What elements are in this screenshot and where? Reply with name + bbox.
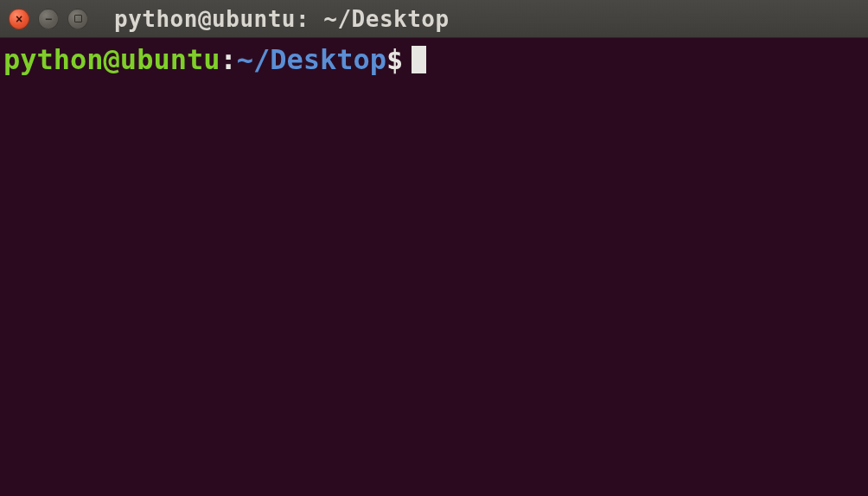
prompt-path: ~/Desktop <box>237 43 386 76</box>
close-button[interactable]: × <box>9 9 29 29</box>
maximize-icon <box>74 15 82 22</box>
prompt-line: python@ubuntu:~/Desktop$ <box>3 43 865 76</box>
window-controls: × − <box>9 9 88 29</box>
maximize-button[interactable] <box>67 9 88 29</box>
close-icon: × <box>16 13 22 25</box>
minimize-button[interactable]: − <box>38 9 59 29</box>
prompt-separator: : <box>220 43 236 76</box>
terminal-area[interactable]: python@ubuntu:~/Desktop$ <box>0 38 868 496</box>
minimize-icon: − <box>45 13 52 25</box>
prompt-symbol: $ <box>386 43 403 76</box>
prompt-user-host: python@ubuntu <box>3 43 220 76</box>
window-titlebar: × − python@ubuntu: ~/Desktop <box>0 0 868 38</box>
window-title: python@ubuntu: ~/Desktop <box>114 6 450 32</box>
cursor <box>412 46 426 73</box>
